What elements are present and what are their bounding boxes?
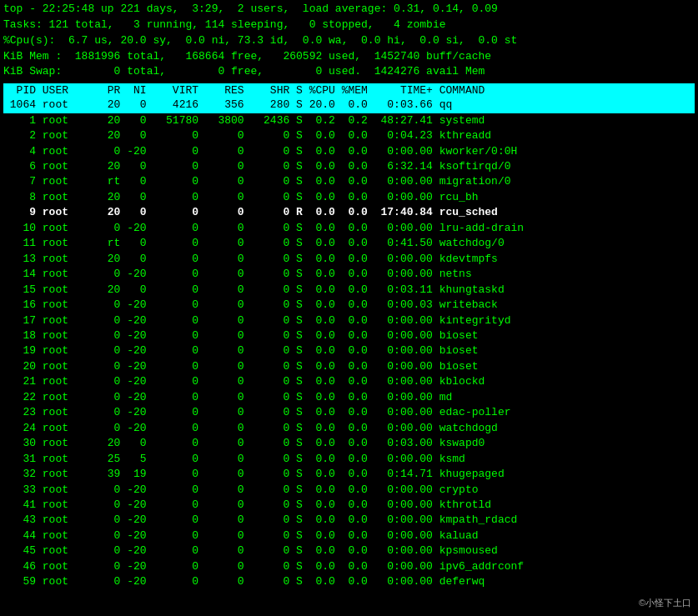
header-line-5: KiB Swap: 0 total, 0 free, 0 used. 14242… [3, 64, 695, 80]
table-row: 1 root 20 0 51780 3800 2436 S 0.2 0.2 48… [3, 113, 695, 128]
table-row: 18 root 0 -20 0 0 0 S 0.0 0.0 0:00.00 bi… [3, 328, 695, 343]
table-row: 45 root 0 -20 0 0 0 S 0.0 0.0 0:00.00 kp… [3, 543, 695, 558]
table-row: 6 root 20 0 0 0 0 S 0.0 0.0 6:32.14 ksof… [3, 159, 695, 174]
table-row: 16 root 0 -20 0 0 0 S 0.0 0.0 0:00.03 wr… [3, 298, 695, 313]
table-row: 7 root rt 0 0 0 0 S 0.0 0.0 0:00.00 migr… [3, 174, 695, 189]
table-row: 30 root 20 0 0 0 0 S 0.0 0.0 0:03.00 ksw… [3, 436, 695, 451]
table-row: 9 root 20 0 0 0 0 R 0.0 0.0 17:40.84 rcu… [3, 205, 695, 220]
header-line-3: %Cpu(s): 6.7 us, 20.0 sy, 0.0 ni, 73.3 i… [3, 33, 695, 49]
header-line-2: Tasks: 121 total, 3 running, 114 sleepin… [3, 18, 695, 33]
table-row: 33 root 0 -20 0 0 0 S 0.0 0.0 0:00.00 cr… [3, 483, 695, 498]
table-row: 4 root 0 -20 0 0 0 S 0.0 0.0 0:00.00 kwo… [3, 144, 695, 159]
header-section: top - 22:25:48 up 221 days, 3:29, 2 user… [3, 2, 695, 80]
table-row: 22 root 0 -20 0 0 0 S 0.0 0.0 0:00.00 md [3, 390, 695, 405]
table-row: 46 root 0 -20 0 0 0 S 0.0 0.0 0:00.00 ip… [3, 559, 695, 574]
table-row: 15 root 20 0 0 0 0 S 0.0 0.0 0:03.11 khu… [3, 283, 695, 298]
table-row: 17 root 0 -20 0 0 0 S 0.0 0.0 0:00.00 ki… [3, 313, 695, 328]
header-line-1: top - 22:25:48 up 221 days, 3:29, 2 user… [3, 2, 695, 18]
table-row: 10 root 0 -20 0 0 0 S 0.0 0.0 0:00.00 lr… [3, 221, 695, 236]
table-row: 43 root 0 -20 0 0 0 S 0.0 0.0 0:00.00 km… [3, 513, 695, 528]
terminal: top - 22:25:48 up 221 days, 3:29, 2 user… [0, 0, 698, 616]
table-row: 11 root rt 0 0 0 0 S 0.0 0.0 0:41.50 wat… [3, 236, 695, 251]
table-row: 13 root 20 0 0 0 0 S 0.0 0.0 0:00.00 kde… [3, 252, 695, 267]
table-row: 23 root 0 -20 0 0 0 S 0.0 0.0 0:00.00 ed… [3, 405, 695, 420]
table-row: 20 root 0 -20 0 0 0 S 0.0 0.0 0:00.00 bi… [3, 359, 695, 374]
table-row: 14 root 0 -20 0 0 0 S 0.0 0.0 0:00.00 ne… [3, 267, 695, 282]
table-row: 21 root 0 -20 0 0 0 S 0.0 0.0 0:00.00 kb… [3, 374, 695, 389]
table-row: 32 root 39 19 0 0 0 S 0.0 0.0 0:14.71 kh… [3, 467, 695, 482]
table-row: 1064 root 20 0 4216 356 280 S 20.0 0.0 0… [3, 98, 695, 113]
table-row: 44 root 0 -20 0 0 0 S 0.0 0.0 0:00.00 ka… [3, 528, 695, 543]
watermark-label: ©小怪下土口 [639, 597, 691, 609]
table-row: 31 root 25 5 0 0 0 S 0.0 0.0 0:00.00 ksm… [3, 452, 695, 467]
table-row: 24 root 0 -20 0 0 0 S 0.0 0.0 0:00.00 wa… [3, 421, 695, 436]
table-row: 59 root 0 -20 0 0 0 S 0.0 0.0 0:00.00 de… [3, 574, 695, 589]
table-row: 19 root 0 -20 0 0 0 S 0.0 0.0 0:00.00 bi… [3, 343, 695, 358]
table-header: PID USER PR NI VIRT RES SHR S %CPU %MEM … [3, 83, 695, 98]
table-row: 8 root 20 0 0 0 0 S 0.0 0.0 0:00.00 rcu_… [3, 190, 695, 205]
table-body: 1064 root 20 0 4216 356 280 S 20.0 0.0 0… [3, 98, 695, 590]
table-row: 41 root 0 -20 0 0 0 S 0.0 0.0 0:00.00 kt… [3, 498, 695, 513]
table-row: 2 root 20 0 0 0 0 S 0.0 0.0 0:04.23 kthr… [3, 128, 695, 143]
header-line-4: KiB Mem : 1881996 total, 168664 free, 26… [3, 49, 695, 65]
